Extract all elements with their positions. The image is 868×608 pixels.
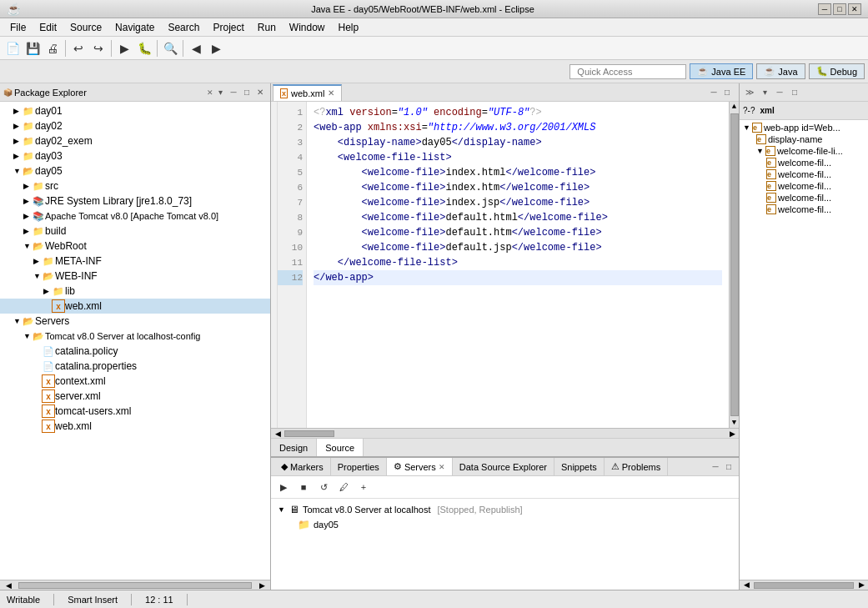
tree-item-lib[interactable]: ▶ 📁 lib (0, 284, 270, 299)
vscroll-thumb[interactable] (730, 113, 739, 416)
hscroll-left[interactable]: ◀ (271, 430, 284, 438)
tab-close-webxml[interactable]: ✕ (328, 88, 334, 98)
editor-maximize-btn[interactable]: □ (720, 86, 734, 99)
tab-design[interactable]: Design (271, 439, 317, 456)
debug-button[interactable]: 🐛 (135, 39, 153, 58)
hscroll-thumb[interactable] (284, 430, 334, 437)
tree-item-servers[interactable]: ▼ 📂 Servers (0, 314, 270, 329)
code-content[interactable]: <?xml version="1.0" encoding="UTF-8"?> <… (307, 102, 729, 428)
bottom-tab-properties[interactable]: Properties (331, 458, 387, 475)
maximize-button[interactable]: □ (833, 3, 846, 15)
menu-source[interactable]: Source (63, 20, 108, 35)
add-server-btn[interactable]: + (354, 478, 373, 496)
tree-item-webinf[interactable]: ▼ 📂 WEB-INF (0, 269, 270, 284)
restart-server-btn[interactable]: ↺ (314, 478, 333, 496)
tree-item-server-xml[interactable]: x server.xml (0, 389, 270, 404)
pkg-maximize-btn[interactable]: □ (240, 86, 253, 99)
tree-item-catalina-policy[interactable]: 📄 catalina.policy (0, 344, 270, 359)
outline-view-menu[interactable]: ▾ (758, 86, 771, 99)
outline-scroll-left[interactable]: ◀ (740, 580, 753, 590)
pkg-scrollbar[interactable]: ◀ ▶ (0, 580, 270, 590)
start-server-btn[interactable]: ▶ (274, 478, 293, 496)
server-item-tomcat[interactable]: ▼ 🖥 Tomcat v8.0 Server at localhost [Sto… (274, 502, 735, 517)
quick-access-input[interactable] (569, 64, 686, 79)
outline-displayname[interactable]: e display-name (740, 133, 868, 145)
forward-button[interactable]: ▶ (207, 39, 225, 58)
server-project-day05[interactable]: 📁 day05 (274, 517, 735, 532)
stop-server-btn[interactable]: ■ (294, 478, 313, 496)
scroll-thumb-h[interactable] (18, 582, 252, 589)
perspective-java[interactable]: ☕ Java (756, 63, 805, 79)
menu-search[interactable]: Search (161, 20, 206, 35)
pkg-view-menu[interactable]: ▾ (213, 86, 227, 99)
outline-minimize-btn[interactable]: ─ (773, 86, 786, 99)
perspective-javaee[interactable]: ☕ Java EE (690, 63, 753, 79)
tree-item-src[interactable]: ▶ 📁 src (0, 178, 270, 193)
vscroll-up[interactable]: ▲ (731, 102, 737, 112)
tree-item-day02exem[interactable]: ▶ 📁 day02_exem (0, 133, 270, 148)
perspective-debug[interactable]: 🐛 Debug (809, 63, 865, 79)
bottom-maximize-btn[interactable]: □ (722, 460, 735, 474)
tree-item-metainf[interactable]: ▶ 📁 META-INF (0, 254, 270, 269)
menu-help[interactable]: Help (332, 20, 366, 35)
tree-item-build[interactable]: ▶ 📁 build (0, 224, 270, 239)
save-button[interactable]: 💾 (23, 39, 42, 58)
menu-run[interactable]: Run (251, 20, 283, 35)
bottom-tab-snippets[interactable]: Snippets (554, 458, 605, 475)
editor-minimize-btn[interactable]: ─ (707, 86, 720, 99)
pkg-minimize-btn[interactable]: ─ (227, 86, 240, 99)
vscroll-down[interactable]: ▼ (731, 418, 737, 428)
outline-wf-2[interactable]: e welcome-fil... (740, 168, 868, 180)
menu-navigate[interactable]: Navigate (108, 20, 161, 35)
outline-welcomelist[interactable]: ▼ e welcome-file-li... (740, 145, 868, 157)
tree-item-day03[interactable]: ▶ 📁 day03 (0, 148, 270, 163)
outline-wf-4[interactable]: e welcome-fil... (740, 192, 868, 204)
outline-chevron[interactable]: ≫ (743, 86, 756, 99)
bottom-tab-servers[interactable]: ⚙ Servers ✕ (387, 458, 453, 475)
publish-server-btn[interactable]: 🖊 (334, 478, 353, 496)
tree-item-day01[interactable]: ▶ 📁 day01 (0, 103, 270, 118)
tree-item-tomcat-lib[interactable]: ▶ 📚 Apache Tomcat v8.0 [Apache Tomcat v8… (0, 209, 270, 224)
menu-edit[interactable]: Edit (33, 20, 63, 35)
editor-hscroll[interactable]: ◀ ▶ (271, 428, 739, 438)
back-button[interactable]: ◀ (187, 39, 205, 58)
bottom-tab-datasource[interactable]: Data Source Explorer (453, 458, 554, 475)
editor-tab-webxml[interactable]: x web.xml ✕ (273, 84, 342, 101)
tree-item-day02[interactable]: ▶ 📁 day02 (0, 118, 270, 133)
menu-window[interactable]: Window (283, 20, 332, 35)
tree-item-web-xml2[interactable]: x web.xml (0, 419, 270, 434)
menu-file[interactable]: File (3, 20, 33, 35)
tree-item-tomcat-config[interactable]: ▼ 📂 Tomcat v8.0 Server at localhost-conf… (0, 329, 270, 344)
undo-button[interactable]: ↩ (69, 39, 88, 58)
outline-webapp[interactable]: ▼ e web-app id=Web... (740, 122, 868, 133)
editor-vscroll[interactable]: ▲ ▼ (729, 102, 739, 428)
pkg-close-btn[interactable]: ✕ (253, 86, 267, 99)
tree-item-context-xml[interactable]: x context.xml (0, 374, 270, 389)
outline-wf-3[interactable]: e welcome-fil... (740, 180, 868, 192)
scroll-right[interactable]: ▶ (253, 581, 270, 590)
close-button[interactable]: ✕ (848, 3, 861, 15)
code-editor[interactable]: 1 2 3 4 5 6 7 8 9 10 11 12 <?xml version… (271, 102, 739, 428)
menu-project[interactable]: Project (206, 20, 250, 35)
outline-hscroll[interactable]: ◀ ▶ (740, 580, 868, 590)
hscroll-right[interactable]: ▶ (725, 430, 739, 438)
tree-item-tomcat-users[interactable]: x tomcat-users.xml (0, 404, 270, 419)
outline-scroll-right[interactable]: ▶ (855, 580, 868, 590)
bottom-tab-markers[interactable]: ◆ Markers (274, 458, 331, 475)
redo-button[interactable]: ↪ (89, 39, 108, 58)
outline-maximize-btn[interactable]: □ (788, 86, 801, 99)
tree-item-webxml[interactable]: x web.xml (0, 299, 270, 314)
outline-wf-5[interactable]: e welcome-fil... (740, 204, 868, 215)
tree-item-catalina-properties[interactable]: 📄 catalina.properties (0, 359, 270, 374)
print-button[interactable]: 🖨 (43, 39, 62, 58)
outline-wf-1[interactable]: e welcome-fil... (740, 157, 868, 168)
scroll-left[interactable]: ◀ (0, 581, 17, 590)
bottom-minimize-btn[interactable]: ─ (709, 460, 722, 474)
bottom-tab-problems[interactable]: ⚠ Problems (605, 458, 668, 475)
servers-close[interactable]: ✕ (439, 463, 445, 471)
tree-item-day05[interactable]: ▼ 📂 day05 (0, 163, 270, 178)
tree-item-jre[interactable]: ▶ 📚 JRE System Library [jre1.8.0_73] (0, 193, 270, 209)
tab-source[interactable]: Source (317, 439, 364, 456)
tree-item-webroot[interactable]: ▼ 📂 WebRoot (0, 239, 270, 254)
new-button[interactable]: 📄 (3, 39, 22, 58)
